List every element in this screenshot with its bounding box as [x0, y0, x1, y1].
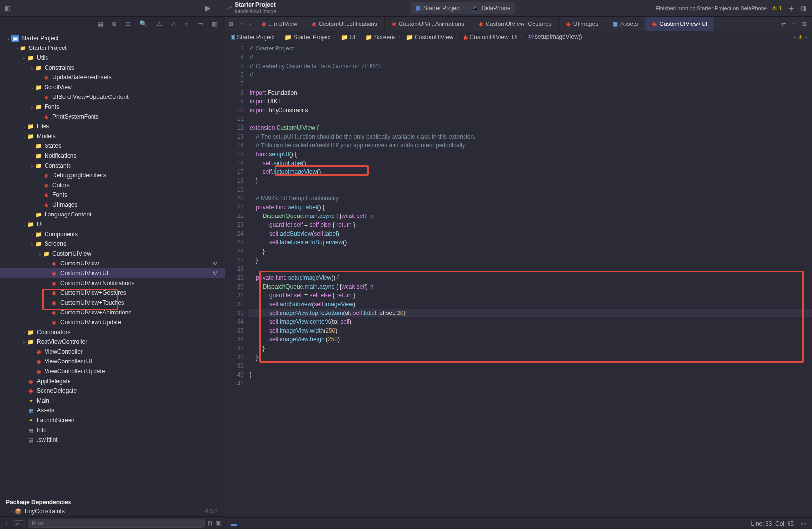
tree-row-uiscrollview-updatecontent[interactable]: ◉UIScrollView+UpdateContent [0, 92, 225, 102]
debug-indicator-icon[interactable]: ▬ [231, 520, 237, 527]
tab-customuiview-gestures[interactable]: ◉CustomUIView+Gestures [471, 17, 559, 31]
library-icon[interactable]: ◨ [801, 5, 806, 12]
report-nav-icon[interactable]: ▥ [212, 20, 218, 27]
tree-row-assets[interactable]: ▦Assets [0, 406, 225, 415]
source-control-icon[interactable]: ⧉ [112, 20, 116, 28]
find-nav-icon[interactable]: 🔍 [139, 20, 147, 27]
tree-row-appdelegate[interactable]: ◉AppDelegate [0, 376, 225, 386]
tree-row-launchscreen[interactable]: ✦LaunchScreen [0, 415, 225, 425]
tree-row-uiimages[interactable]: ◉UIImages [0, 200, 225, 210]
tree-row-printsystemfonts[interactable]: ◉PrintSystemFonts [0, 112, 225, 121]
tree-row-viewcontroller-ui[interactable]: ◉ViewController+UI [0, 357, 225, 366]
tree-row-models[interactable]: ⌄📁Models [0, 131, 225, 141]
tree-row-debuggingidentifiers[interactable]: ◉DebuggingIdentifiers [0, 170, 225, 180]
package-version: 4.0.2 [205, 508, 218, 515]
editor-statusbar: ▬ Line: 33 Col: 65 ▭ [225, 517, 812, 529]
tab-customuivi-animations[interactable]: ◉CustomUIVi...Animations [385, 17, 471, 31]
tree-row--swiftlint[interactable]: ▤.swiftlint [0, 435, 225, 445]
file-tree[interactable]: ⌄▣Starter Project⌄📁Starter Project⌄📁Util… [0, 31, 225, 496]
nav-back-icon[interactable]: ‹ [240, 21, 242, 27]
tree-row-scenedelegate[interactable]: ◉SceneDelegate [0, 386, 225, 396]
project-info: Starter Project tutorial/local-image [235, 2, 276, 14]
tree-row-customuiview-update[interactable]: ◉CustomUIView+Update [0, 317, 225, 327]
crumb-1[interactable]: 📁 Starter Project [284, 34, 331, 41]
breakpoint-nav-icon[interactable]: ▭ [197, 20, 203, 27]
code-review-icon[interactable]: ⇄ [781, 21, 786, 27]
sidebar-toggle-icon[interactable]: ◧ [5, 5, 10, 12]
nav-fwd-icon[interactable]: › [249, 21, 251, 27]
recent-filter-icon[interactable]: ⊡ [208, 520, 212, 527]
scheme-selector[interactable]: ▣ Starter Project 〉 📱 DelaPhone [411, 2, 515, 14]
tree-row-constraints[interactable]: ⌄📁Constraints [0, 63, 225, 72]
tree-row-files[interactable]: ›📁Files [0, 121, 225, 131]
package-dep-row[interactable]: › 📦 TinyConstraints 4.0.2 [0, 506, 225, 516]
tree-row-customuiview-animations[interactable]: ◉CustomUIView+Animations [0, 308, 225, 317]
tree-row-customuiview-notifications[interactable]: ◉CustomUIView+Notifications [0, 278, 225, 288]
tree-row-languagecontent[interactable]: ›📁LanguageContent [0, 210, 225, 219]
project-nav-icon[interactable]: ▤ [97, 20, 103, 27]
tab-uiimages[interactable]: ◉UIImages [559, 17, 605, 31]
crumb-5[interactable]: ◉ CustomUIView+UI [463, 34, 517, 41]
tree-row-starter-project[interactable]: ⌄📁Starter Project [0, 43, 225, 53]
tree-row-screens[interactable]: ⌄📁Screens [0, 239, 225, 249]
related-items-icon[interactable]: ⊞ [229, 21, 233, 27]
run-button[interactable]: ▶ [205, 3, 210, 13]
adjust-editor-icon[interactable]: ≡ [792, 21, 795, 27]
code-editor[interactable]: 3456789101112131415161718192021222324252… [225, 43, 812, 517]
tree-row-customuiview-touches[interactable]: ◉CustomUIView+Touches [0, 298, 225, 308]
tree-row-customuiview-ui[interactable]: ◉CustomUIView+UIM [0, 268, 225, 278]
crumb-0[interactable]: ▣ Starter Project [230, 34, 275, 41]
jump-bar[interactable]: ▣ Starter Project〉📁 Starter Project〉📁 UI… [225, 31, 812, 43]
tree-row-updatesafeareainsets[interactable]: ◉UpdateSafeAreaInsets [0, 72, 225, 82]
cursor-position: Line: 33 Col: 65 [751, 520, 794, 527]
crumb-4[interactable]: 📁 CustomUIView [406, 34, 453, 41]
crumb-3[interactable]: 📁 Screens [365, 34, 395, 41]
tree-row-colors[interactable]: ◉Colors [0, 180, 225, 190]
scm-filter-icon[interactable]: ▣ [215, 520, 221, 527]
filter-input[interactable] [28, 519, 205, 528]
tree-row-fonts[interactable]: ◉Fonts [0, 190, 225, 200]
add-editor-icon[interactable]: ⊞ [801, 21, 806, 27]
tree-row-viewcontroller[interactable]: ◉ViewController [0, 347, 225, 357]
tree-row-scrollview[interactable]: ⌄📁ScrollView [0, 82, 225, 92]
tab-assets[interactable]: ▦Assets [605, 17, 645, 31]
filter-scope-icon[interactable]: ⊙⌄ [13, 520, 25, 526]
tree-row-viewcontroller-update[interactable]: ◉ViewController+Update [0, 366, 225, 376]
package-deps-header: Package Dependencies [0, 496, 225, 506]
tree-row-components[interactable]: ›📁Components [0, 229, 225, 239]
tree-row-starter-project[interactable]: ⌄▣Starter Project [0, 33, 225, 43]
package-icon: 📦 [14, 508, 22, 515]
tree-row-fonts[interactable]: ⌄📁Fonts [0, 102, 225, 112]
branch-icon: ⎇ [225, 5, 232, 12]
crumb-6[interactable]: Ⓜ setupImageView() [528, 33, 582, 41]
minimap-toggle-icon[interactable]: ▭ [801, 520, 806, 527]
toolbar: ◧ ▶ ⎇ Starter Project tutorial/local-ima… [0, 0, 812, 17]
tab-customuiview-ui[interactable]: ◉CustomUIView+UI [645, 17, 715, 31]
tree-row-notifications[interactable]: ›📁Notifications [0, 151, 225, 161]
add-button[interactable]: ＋ [787, 2, 796, 14]
debug-nav-icon[interactable]: ⎋ [185, 20, 188, 27]
issue-nav-icon[interactable]: ⚠ [156, 20, 162, 27]
symbol-nav-icon[interactable]: ⊞ [125, 20, 131, 27]
tab-customui-otifications[interactable]: ◉CustomUI...otifications [304, 17, 385, 31]
warning-badge[interactable]: ⚠ 1 [772, 5, 782, 12]
tree-row-customuiview-gestures[interactable]: ◉CustomUIView+Gestures [0, 288, 225, 298]
tree-row-customuiview[interactable]: ⌄📁CustomUIView [0, 249, 225, 259]
add-file-icon[interactable]: ＋ [4, 519, 10, 527]
tree-row-constants[interactable]: ⌄📁Constants [0, 161, 225, 170]
tree-row-info[interactable]: ▤Info [0, 425, 225, 435]
tree-row-states[interactable]: ›📁States [0, 141, 225, 151]
tree-row-coordinators[interactable]: ›📁Coordinators [0, 327, 225, 337]
tree-row-ui[interactable]: ⌄📁UI [0, 219, 225, 229]
app-icon: ▣ [416, 5, 421, 12]
test-nav-icon[interactable]: ◇ [171, 20, 176, 27]
tree-row-main[interactable]: ✦Main [0, 396, 225, 406]
tree-row-customuiview[interactable]: ◉CustomUIViewM [0, 259, 225, 268]
code-content[interactable]: // Starter Project//// Created by Oscar … [248, 43, 812, 517]
editor-area: ⊞ ‹ › ◉...mUIView◉CustomUI...otification… [225, 17, 812, 529]
navigator-selector: ▤ ⧉ ⊞ 🔍 ⚠ ◇ ⎋ ▭ ▥ [0, 17, 225, 31]
crumb-2[interactable]: 📁 UI [341, 34, 355, 41]
tab--muiview[interactable]: ◉...mUIView [255, 17, 304, 31]
tree-row-rootviewcontroller[interactable]: ⌄📁RootViewController [0, 337, 225, 347]
tree-row-utils[interactable]: ⌄📁Utils [0, 53, 225, 63]
